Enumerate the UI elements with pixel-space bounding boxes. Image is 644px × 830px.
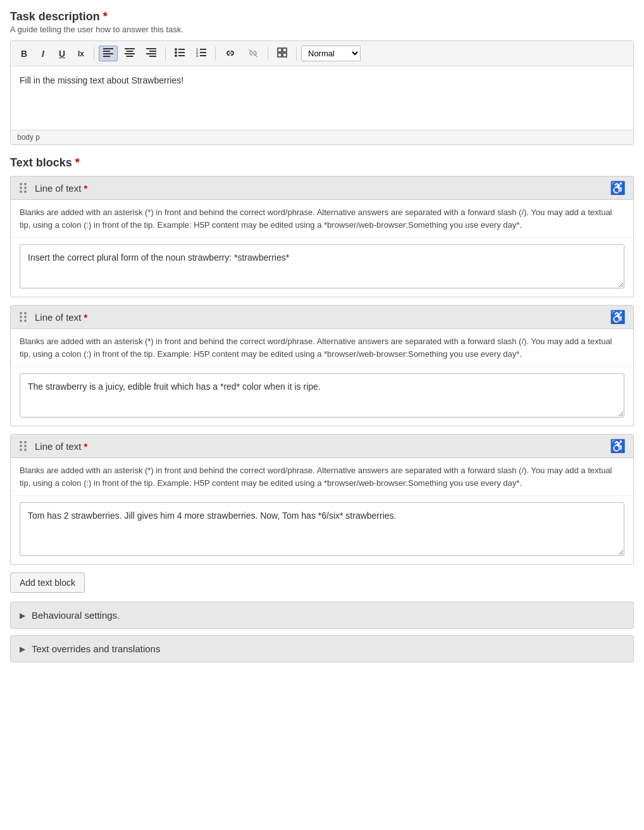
svg-rect-23 <box>200 55 206 56</box>
task-description-section: Task description * A guide telling the u… <box>10 10 634 145</box>
svg-rect-9 <box>149 51 156 52</box>
editor-toolbar: B I U Ix <box>11 41 633 66</box>
block-1-textarea[interactable]: Insert the correct plural form of the no… <box>20 244 624 288</box>
text-overrides-label: Text overrides and translations <box>32 643 160 654</box>
svg-rect-27 <box>278 53 282 57</box>
behavioural-arrow-icon: ▶ <box>20 611 25 620</box>
behavioural-settings-section: ▶ Behavioural settings. <box>10 602 634 629</box>
toolbar-separator-1 <box>94 47 94 61</box>
block-2-label: Line of text * <box>35 312 87 323</box>
editor-status-bar: body p <box>11 130 633 144</box>
text-block-1-header-left: Line of text * <box>17 182 87 194</box>
text-block-3-header: Line of text * ♿ <box>11 435 633 458</box>
remove-block-2-button[interactable]: ♿ <box>609 311 627 323</box>
text-overrides-arrow-icon: ▶ <box>20 645 25 653</box>
text-overrides-header[interactable]: ▶ Text overrides and translations <box>11 636 633 662</box>
text-block-3: Line of text * ♿ Blanks are added with a… <box>10 434 634 565</box>
svg-rect-26 <box>283 48 287 52</box>
svg-rect-28 <box>283 53 287 57</box>
block-3-label: Line of text * <box>35 441 87 452</box>
svg-rect-3 <box>103 56 110 57</box>
task-description-subtitle: A guide telling the user how to answer t… <box>10 25 634 34</box>
behavioural-settings-header[interactable]: ▶ Behavioural settings. <box>11 602 633 628</box>
align-center-button[interactable] <box>120 46 139 61</box>
drag-handle-dots-1 <box>20 183 27 193</box>
svg-rect-11 <box>149 56 156 57</box>
strikethrough-button[interactable]: Ix <box>73 47 89 61</box>
drag-handle-2[interactable] <box>17 311 30 323</box>
required-star-title: * <box>103 10 108 23</box>
toolbar-separator-2 <box>165 47 166 61</box>
svg-rect-25 <box>278 48 282 52</box>
svg-rect-6 <box>125 53 135 54</box>
task-description-title: Task description * <box>10 10 634 23</box>
svg-rect-5 <box>127 51 133 52</box>
block-2-textarea[interactable]: The strawberry is a juicy, edible fruit … <box>20 373 624 418</box>
unlink-button[interactable] <box>243 46 263 61</box>
svg-rect-19 <box>200 49 206 50</box>
svg-point-12 <box>175 48 177 51</box>
unordered-list-button[interactable] <box>170 46 189 61</box>
text-block-1: Line of text * ♿ Blanks are added with a… <box>10 176 634 297</box>
format-select[interactable]: Normal Heading 1 Heading 2 Heading 3 Hea… <box>301 46 361 61</box>
link-button[interactable] <box>220 46 240 61</box>
italic-button[interactable]: I <box>35 46 51 61</box>
text-overrides-section: ▶ Text overrides and translations <box>10 635 634 662</box>
underline-button[interactable]: U <box>54 46 70 61</box>
text-block-2: Line of text * ♿ Blanks are added with a… <box>10 305 634 426</box>
svg-rect-4 <box>125 48 135 49</box>
remove-block-1-button[interactable]: ♿ <box>609 182 627 194</box>
svg-rect-10 <box>146 53 156 54</box>
required-star-blocks: * <box>75 156 80 169</box>
align-left-button[interactable] <box>99 46 118 61</box>
table-button[interactable] <box>273 45 292 62</box>
add-text-block-button[interactable]: Add text block <box>10 573 85 593</box>
text-blocks-title: Text blocks * <box>10 156 634 170</box>
text-block-2-header: Line of text * ♿ <box>11 306 633 329</box>
svg-rect-15 <box>178 52 185 53</box>
drag-handle-1[interactable] <box>17 182 30 194</box>
text-block-3-header-left: Line of text * <box>17 440 87 452</box>
align-right-button[interactable] <box>142 46 161 61</box>
block-2-input: The strawberry is a juicy, edible fruit … <box>11 367 633 426</box>
drag-handle-3[interactable] <box>17 440 30 452</box>
drag-handle-dots-2 <box>20 312 27 322</box>
block-1-input: Insert the correct plural form of the no… <box>11 238 633 297</box>
svg-rect-7 <box>127 56 133 57</box>
svg-rect-2 <box>103 53 113 54</box>
svg-rect-13 <box>178 49 185 50</box>
svg-rect-1 <box>103 51 110 52</box>
ordered-list-button[interactable]: 1. 2. 3. <box>192 46 211 61</box>
svg-point-14 <box>175 51 177 54</box>
editor-container: B I U Ix <box>10 40 634 145</box>
behavioural-settings-label: Behavioural settings. <box>32 610 120 621</box>
svg-rect-8 <box>146 48 156 49</box>
svg-rect-17 <box>178 55 185 56</box>
editor-content[interactable]: Fill in the missing text about Strawberr… <box>11 66 633 130</box>
remove-block-3-button[interactable]: ♿ <box>609 440 627 452</box>
toolbar-separator-3 <box>215 47 216 61</box>
drag-handle-dots-3 <box>20 441 27 451</box>
svg-point-16 <box>175 54 177 57</box>
block-2-hint: Blanks are added with an asterisk (*) in… <box>11 329 633 367</box>
text-block-2-header-left: Line of text * <box>17 311 87 323</box>
svg-rect-0 <box>103 48 113 49</box>
svg-text:3.: 3. <box>196 54 199 57</box>
block-1-label: Line of text * <box>35 183 87 194</box>
block-3-hint: Blanks are added with an asterisk (*) in… <box>11 458 633 496</box>
toolbar-separator-4 <box>268 47 268 61</box>
block-3-textarea[interactable]: Tom has 2 strawberries. Jill gives him 4… <box>20 502 624 556</box>
svg-rect-21 <box>200 52 206 53</box>
text-block-1-header: Line of text * ♿ <box>11 177 633 200</box>
bold-button[interactable]: B <box>16 46 32 61</box>
text-blocks-section: Text blocks * Line of text * <box>10 156 634 602</box>
toolbar-separator-5 <box>296 47 297 61</box>
block-3-input: Tom has 2 strawberries. Jill gives him 4… <box>11 496 633 564</box>
block-1-hint: Blanks are added with an asterisk (*) in… <box>11 200 633 238</box>
